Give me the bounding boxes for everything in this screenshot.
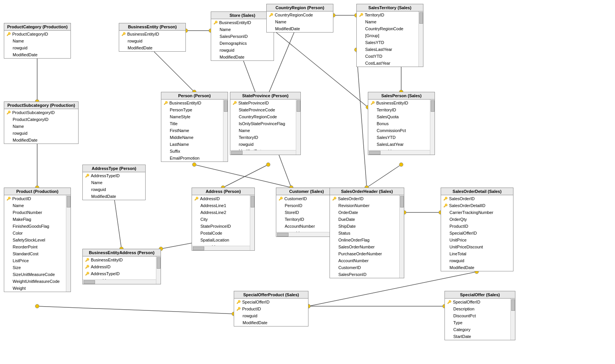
scroll-thumb[interactable] [400,196,404,207]
scrollbar-SalesPerson[interactable] [430,100,435,155]
scrollbar-SalesOrderHeader[interactable] [399,195,404,278]
field-Product-ProductNumber: ProductNumber [4,209,66,216]
horiz-scrollbar-SalesPerson[interactable] [368,150,430,155]
table-header-ProductSubcategory: ProductSubcategory (Production) [4,102,78,109]
scrollbar-SpecialOffer[interactable] [510,299,515,340]
field-name: FirstName [170,127,189,134]
key-icon: 🔑 [213,20,218,26]
horiz-thumb[interactable] [84,280,95,284]
field-AddressType-Name: Name [83,179,145,186]
field-Product-StandardCost: StandardCost [4,250,66,257]
scroll-thumb[interactable] [157,257,161,269]
horiz-thumb[interactable] [231,151,243,155]
field-name: AccountNumber [285,223,315,229]
scrollbar-Address[interactable] [250,195,254,250]
field-Address-PostalCode: PostalCode [192,230,249,237]
scroll-thumb[interactable] [67,196,71,207]
field-name: SafetyStockLevel [13,237,45,243]
scroll-thumb[interactable] [431,100,435,112]
field-name: SalesYTD [365,39,384,46]
table-ProductSubcategory: ProductSubcategory (Production)🔑ProductS… [4,101,79,144]
field-SalesOrderHeader-SalesOrderID: 🔑SalesOrderID [330,195,399,202]
field-name: Status [338,230,350,236]
field-SalesOrderHeader-RevisionNumber: RevisionNumber [330,202,399,209]
scrollbar-BusinessEntityAddress[interactable] [156,256,161,284]
field-Customer-CustomerID: 🔑CustomerID [276,195,332,202]
scroll-thumb[interactable] [419,12,423,24]
key-icon: 🔑 [236,306,241,312]
field-SalesOrderHeader-ShipDate: ShipDate [330,223,399,230]
field-name: CountryRegionCode [239,114,277,120]
field-name: rowguid [91,186,106,193]
field-name: MiddleName [170,134,194,140]
scroll-thumb[interactable] [297,100,300,112]
field-name: SalesYTD [377,134,396,140]
key-icon: 🔑 [443,196,448,202]
table-SalesTerritory: SalesTerritory (Sales)🔑TerritoryIDNameCo… [356,4,423,67]
field-SalesTerritory-CountryRegionCode: CountryRegionCode [357,25,418,32]
field-name: AddressID [200,196,220,202]
field-name: TerritoryID [365,12,384,18]
field-StateProvince-StateProvinceID: 🔑StateProvinceID [230,100,295,106]
key-icon: 🔑 [85,264,89,270]
horiz-scrollbar-StateProvince[interactable] [230,150,296,155]
field-name: MakeFlag [13,216,31,222]
table-Person: Person (Person)🔑BusinessEntityIDPersonTy… [161,92,228,162]
field-name: ModifiedDate [449,264,474,271]
scroll-thumb[interactable] [511,299,515,311]
table-header-StateProvince: StateProvince (Person) [230,92,300,100]
field-name: Name [239,127,250,134]
field-Person-LastName: LastName [161,141,223,148]
field-ProductSubcategory-ProductSubcategoryID: 🔑ProductSubcategoryID [4,109,78,116]
field-SalesOrderHeader-DueDate: DueDate [330,216,399,223]
scrollbar-StateProvince[interactable] [296,100,300,155]
field-name: SalesOrderID [449,196,475,202]
table-CountryRegion: CountryRegion (Person)🔑CountryRegionCode… [266,4,333,33]
field-name: OrderQty [449,216,467,222]
diagram-canvas: ProductCategory (Production)🔑ProductCate… [0,0,615,364]
field-Person-BusinessEntityID: 🔑BusinessEntityID [161,100,223,106]
field-name: rowguid [239,141,254,147]
field-Person-Title: Title [161,120,223,127]
scrollbar-Person[interactable] [223,100,228,162]
table-header-SalesOrderDetail: SalesOrderDetail (Sales) [441,188,513,195]
field-Address-City: City [192,216,249,223]
horiz-thumb[interactable] [277,233,289,237]
field-SalesPerson-CommissionPct: CommissionPct [368,127,430,134]
field-AddressType-rowguid: rowguid [83,186,145,193]
field-Store-rowguid: rowguid [211,47,274,54]
table-header-SalesPerson: SalesPerson (Sales) [368,92,435,100]
table-body-Person: 🔑BusinessEntityIDPersonTypeNameStyleTitl… [161,100,228,162]
field-name: SalesOrderNumber [338,244,375,250]
horiz-scrollbar-Address[interactable] [192,246,250,250]
field-name: Name [220,26,231,33]
field-SpecialOffer-Type: Type [445,319,510,326]
scroll-thumb[interactable] [224,100,228,112]
key-icon: 🔑 [279,196,283,202]
field-StateProvince-Name: Name [230,127,295,134]
table-header-Person: Person (Person) [161,92,228,100]
horiz-scrollbar-BusinessEntityAddress[interactable] [83,279,156,284]
field-StateProvince-IsOnlyStateProvinceFlag: IsOnlyStateProvinceFlag [230,120,295,127]
horiz-thumb[interactable] [193,246,204,250]
field-SalesOrderHeader-OrderDate: OrderDate [330,209,399,216]
horiz-scrollbar-Customer[interactable] [276,232,332,237]
scrollbar-SalesTerritory[interactable] [418,11,423,67]
field-name: BusinessEntityID [91,257,123,263]
field-name: SalesLastYear [377,141,404,147]
table-body-SalesOrderHeader: 🔑SalesOrderIDRevisionNumberOrderDateDueD… [330,195,404,278]
field-name: Size [13,264,21,271]
scroll-thumb[interactable] [251,196,254,207]
key-icon: 🔑 [85,173,89,179]
field-name: FinishedGoodsFlag [13,223,49,229]
table-body-SalesPerson: 🔑BusinessEntityIDTerritoryIDSalesQuotaBo… [368,100,435,155]
scrollbar-Product[interactable] [66,195,71,292]
field-Product-ReorderPoint: ReorderPoint [4,243,66,250]
horiz-thumb[interactable] [369,151,380,155]
field-name: PersonID [285,202,302,209]
field-Person-FirstName: FirstName [161,127,223,134]
table-BusinessEntityAddress: BusinessEntityAddress (Person)🔑BusinessE… [82,249,161,284]
field-BusinessEntity-rowguid: rowguid [119,38,185,44]
field-SpecialOffer-SpecialOfferID: 🔑SpecialOfferID [445,299,510,305]
field-name: PurchaseOrderNumber [338,251,382,257]
